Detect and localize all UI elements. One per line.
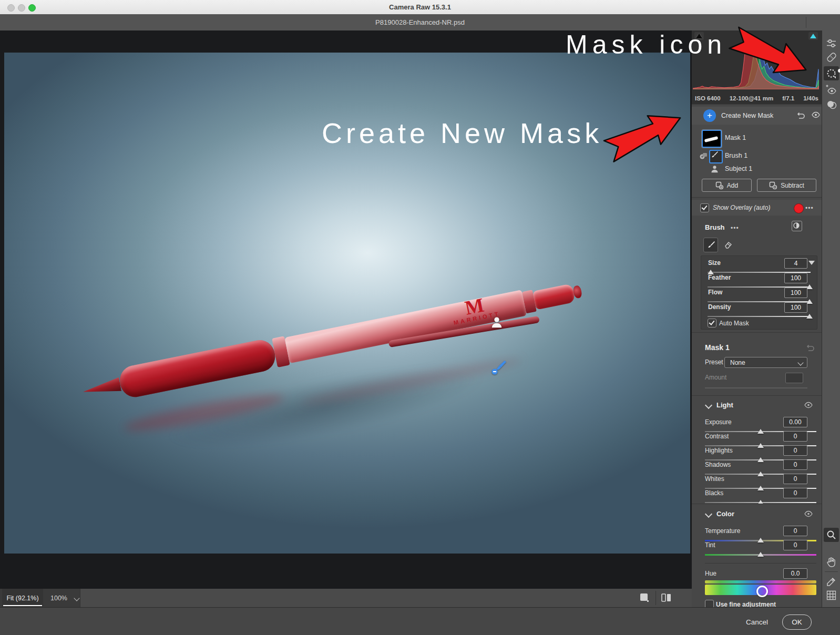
brush1-icon-box[interactable] — [709, 150, 723, 163]
presets-snapshots-icon[interactable] — [826, 99, 837, 110]
mask1-label[interactable]: Mask 1 — [725, 134, 746, 141]
zoombar-spacer — [80, 589, 692, 607]
preset-select[interactable]: None — [724, 357, 807, 368]
mask-visibility-eye-icon[interactable] — [812, 111, 820, 118]
show-overlay-checkbox[interactable] — [700, 203, 709, 212]
flow-value[interactable]: 100 — [784, 288, 807, 298]
slider-label: Density — [708, 303, 731, 311]
show-overlay-row: Show Overlay (auto) ••• — [692, 200, 822, 216]
auto-mask-checkbox[interactable] — [708, 319, 716, 327]
overlay-color-swatch[interactable] — [794, 203, 804, 213]
subject1-label[interactable]: Subject 1 — [725, 165, 752, 172]
image-canvas[interactable]: M MARRIOTT — [0, 30, 692, 589]
masks-list: Mask 1 Brush 1 Subject 1 Add Subtract — [692, 125, 822, 197]
create-new-mask-plus-button[interactable]: + — [703, 109, 716, 122]
preset-chevron-down-icon — [797, 360, 803, 365]
subtract-button-label: Subtract — [781, 182, 804, 189]
subject1-person-icon[interactable] — [710, 165, 719, 173]
mask-settings-section: Mask 1 Preset None Amount — [692, 332, 822, 396]
whites-slider-thumb[interactable] — [757, 486, 764, 490]
highlights-value[interactable]: 0 — [783, 445, 807, 456]
before-after-view-icon[interactable] — [661, 592, 672, 603]
overlay-more-options-icon[interactable]: ••• — [805, 204, 814, 212]
hue-slider[interactable] — [705, 585, 816, 595]
slider-label: Exposure — [705, 418, 732, 426]
feather-value[interactable]: 100 — [784, 273, 807, 283]
temperature-value[interactable]: 0 — [783, 526, 807, 536]
fine-adjustment-checkbox[interactable] — [705, 600, 714, 607]
overlay-badge-icon[interactable] — [699, 152, 708, 160]
document-bar: P8190028-Enhanced-NR.psd — [0, 14, 840, 30]
brush1-label[interactable]: Brush 1 — [725, 152, 747, 159]
subject-person-cursor-icon — [490, 315, 504, 329]
contrast-value[interactable]: 0 — [783, 431, 807, 442]
slider-label: Highlights — [705, 447, 733, 454]
blacks-slider[interactable] — [705, 502, 816, 503]
highlights-slider-thumb[interactable] — [757, 457, 764, 462]
exposure-value[interactable]: 0.00 — [783, 417, 807, 427]
color-visibility-eye-icon[interactable] — [804, 510, 813, 517]
temperature-slider-thumb[interactable] — [757, 538, 764, 542]
red-eye-icon[interactable] — [826, 84, 837, 95]
color-sampler-eyedropper-icon[interactable] — [826, 576, 837, 587]
pressure-mode-icon[interactable] — [792, 221, 802, 231]
light-section-title[interactable]: Light — [716, 401, 733, 409]
tint-value[interactable]: 0 — [783, 540, 807, 550]
subtract-button[interactable]: Subtract — [757, 179, 816, 192]
shadows-slider-thumb[interactable] — [757, 472, 764, 476]
hand-tool-icon[interactable] — [826, 556, 837, 567]
healing-bandage-icon[interactable] — [826, 52, 837, 63]
cancel-button[interactable]: Cancel — [740, 616, 774, 628]
eraser-tool-button[interactable] — [721, 238, 735, 251]
brush-more-options-icon[interactable]: ••• — [731, 224, 739, 232]
contrast-slider-thumb[interactable] — [757, 443, 764, 448]
light-chevron-down-icon[interactable] — [705, 402, 712, 409]
light-visibility-eye-icon[interactable] — [804, 402, 813, 408]
color-section-title[interactable]: Color — [716, 510, 734, 518]
toolbar-more-options-icon[interactable] — [826, 115, 837, 126]
fit-zoom-tab[interactable]: Fit (92.1%) — [2, 589, 43, 607]
shadows-value[interactable]: 0 — [783, 459, 807, 470]
edit-sliders-icon[interactable] — [826, 38, 837, 49]
create-new-mask-row: + Create New Mask — [692, 107, 822, 125]
tint-slider[interactable] — [705, 554, 816, 556]
exposure-slider-thumb[interactable] — [757, 429, 764, 434]
docbar-divider — [806, 17, 806, 28]
ok-button[interactable]: OK — [782, 614, 812, 630]
amount-value — [785, 373, 803, 383]
mask-reset-icon-disabled[interactable] — [806, 343, 815, 352]
create-new-mask-label[interactable]: Create New Mask — [721, 112, 773, 119]
blacks-value[interactable]: 0 — [783, 488, 807, 498]
light-section: Light Exposure 0.00 Contrast 0 Highlight… — [692, 395, 822, 504]
pen-grip — [117, 337, 278, 400]
masking-tool-button-active[interactable] — [824, 66, 839, 80]
size-dropdown-triangle-icon[interactable] — [808, 261, 815, 265]
hue-value[interactable]: 0.0 — [783, 568, 807, 579]
size-value[interactable]: 4 — [784, 258, 807, 269]
exif-info-bar: ISO 6400 12-100@41 mm f/7.1 1/40s — [692, 93, 822, 105]
active-panel-dot-indicator — [838, 69, 840, 73]
add-button[interactable]: Add — [702, 179, 752, 192]
color-chevron-down-icon[interactable] — [705, 510, 712, 518]
density-slider-thumb[interactable] — [806, 314, 813, 319]
density-value[interactable]: 100 — [784, 302, 807, 313]
mask1-thumbnail[interactable] — [702, 130, 722, 148]
density-slider[interactable] — [708, 316, 811, 317]
single-view-icon[interactable] — [639, 592, 650, 603]
document-title: P8190028-Enhanced-NR.psd — [0, 18, 840, 26]
hue-reference-bar — [705, 580, 816, 583]
hue-slider-thumb[interactable] — [756, 586, 768, 597]
whites-value[interactable]: 0 — [783, 474, 807, 484]
zoom-level-tab[interactable]: 100% — [45, 589, 73, 607]
toolbar-divider — [825, 571, 838, 572]
color-section: Color Temperature 0 Tint 0 Hue 0.0 Use f… — [692, 504, 822, 607]
footer-bar: Cancel OK — [0, 607, 840, 635]
zoom-tool-button-active[interactable] — [824, 528, 839, 542]
slider-label: Feather — [708, 274, 731, 281]
brush-tool-button[interactable] — [703, 238, 718, 252]
zoom-bar: Fit (92.1%) 100% — [0, 589, 692, 607]
grid-overlay-icon[interactable] — [826, 590, 837, 601]
tint-slider-thumb[interactable] — [757, 552, 764, 557]
reset-mask-icon[interactable] — [797, 111, 806, 120]
zoom-chevron-down-icon[interactable] — [74, 595, 79, 601]
